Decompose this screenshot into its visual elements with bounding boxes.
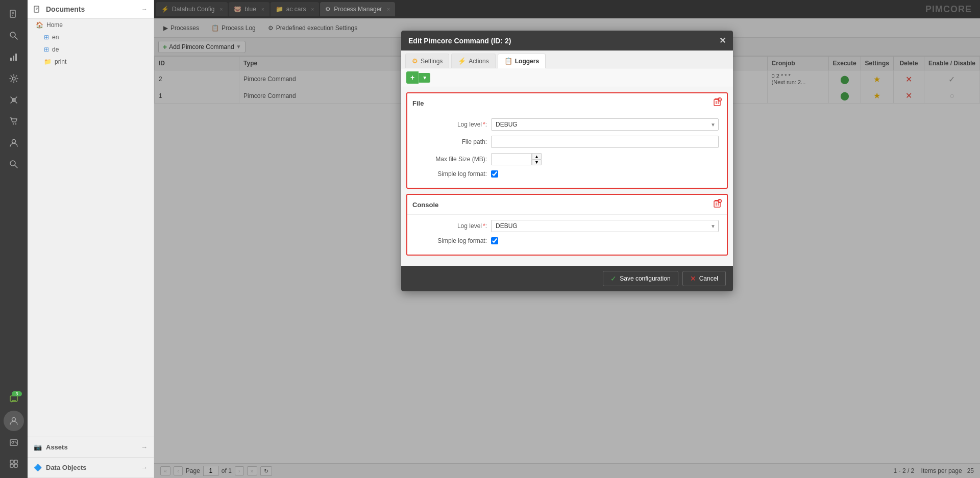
file-path-row: File path: xyxy=(415,136,719,148)
modal-title: Edit Pimcore Command (ID: 2) xyxy=(408,37,511,45)
console-simple-log-label: Simple log format: xyxy=(415,237,487,244)
console-simple-log-checkbox[interactable] xyxy=(491,237,498,244)
file-logger-form: Log level*: DEBUG INFO WARNING ERROR CRI… xyxy=(407,113,727,188)
link-icon-de: ⊞ xyxy=(44,46,49,53)
modal-tab-settings-icon: ⚙ xyxy=(412,57,418,65)
file-section-header: File ✕ xyxy=(407,93,727,113)
console-section-title: Console xyxy=(412,201,438,209)
file-simple-log-label: Simple log format: xyxy=(415,170,487,178)
tree-item-en[interactable]: ⊞ en xyxy=(28,31,154,43)
sidebar-icon-search2[interactable] xyxy=(4,154,24,174)
file-log-level-row: Log level*: DEBUG INFO WARNING ERROR CRI… xyxy=(415,118,719,131)
svg-rect-6 xyxy=(10,58,12,61)
modal-tab-actions-icon: ⚡ xyxy=(458,57,466,65)
console-log-level-select-wrapper: DEBUG INFO WARNING ERROR CRITICAL ▼ xyxy=(491,220,719,232)
file-simple-log-row: Simple log format: xyxy=(415,170,719,178)
console-log-level-label: Log level*: xyxy=(415,222,487,230)
sidebar-icon-marketing[interactable] xyxy=(4,90,24,110)
file-max-size-input[interactable] xyxy=(491,153,532,165)
svg-rect-21 xyxy=(14,460,17,463)
tree-item-print[interactable]: 📁 print xyxy=(28,56,154,68)
svg-point-13 xyxy=(12,140,16,143)
sidebar-icon-assets-nav[interactable] xyxy=(4,432,24,452)
svg-point-19 xyxy=(12,441,14,443)
cancel-button[interactable]: ✕ Cancel xyxy=(682,271,726,286)
file-tree-title: Documents xyxy=(46,5,85,13)
left-sidebar xyxy=(0,0,28,478)
svg-line-15 xyxy=(15,165,17,168)
data-objects-nav-item[interactable]: 🔷 Data Objects → xyxy=(28,458,154,478)
tree-item-de[interactable]: ⊞ de xyxy=(28,43,154,56)
svg-text:✕: ✕ xyxy=(718,199,722,204)
file-section-title: File xyxy=(412,99,424,107)
svg-rect-7 xyxy=(13,56,14,61)
svg-rect-24 xyxy=(34,6,39,12)
file-simple-log-checkbox[interactable] xyxy=(491,170,498,178)
save-configuration-button[interactable]: ✓ Save configuration xyxy=(603,271,678,286)
data-objects-nav-icon: 🔷 xyxy=(34,464,42,471)
cancel-x-icon: ✕ xyxy=(690,274,696,283)
home-icon: 🏠 xyxy=(36,21,43,29)
main-content: ⚡ Datahub Config × 🐷 blue × 📁 ac cars × … xyxy=(154,0,980,478)
save-check-icon: ✓ xyxy=(610,274,617,283)
sidebar-icon-chat[interactable] xyxy=(4,389,24,410)
modal-footer: ✓ Save configuration ✕ Cancel xyxy=(401,266,733,291)
file-logger-section: File ✕ Log level*: xyxy=(406,92,728,189)
file-max-size-spinner: ▲ ▼ xyxy=(491,153,542,165)
file-tree-header: Documents → xyxy=(28,0,154,19)
assets-nav-item[interactable]: 📷 Assets → xyxy=(28,437,154,458)
modal-add-dropdown-button[interactable]: ▼ xyxy=(419,73,430,83)
sidebar-icon-objects-nav[interactable] xyxy=(4,454,24,474)
modal-add-plus-button[interactable]: + xyxy=(406,71,419,84)
svg-rect-22 xyxy=(10,464,13,467)
tree-item-home[interactable]: 🏠 Home xyxy=(28,19,154,31)
modal-add-button-group: + ▼ xyxy=(406,71,430,84)
svg-point-11 xyxy=(13,123,14,124)
modal-close-button[interactable]: ✕ xyxy=(719,36,726,45)
modal-tab-loggers[interactable]: 📋 Loggers xyxy=(498,54,546,68)
file-section-delete-button[interactable]: ✕ xyxy=(713,97,722,109)
file-max-size-spinner-buttons: ▲ ▼ xyxy=(532,153,542,165)
svg-rect-23 xyxy=(14,464,17,467)
sidebar-icon-ecommerce[interactable] xyxy=(4,111,24,132)
folder-icon-print: 📁 xyxy=(44,58,52,65)
svg-point-12 xyxy=(15,123,16,124)
svg-text:✕: ✕ xyxy=(718,97,722,102)
sidebar-icon-users[interactable] xyxy=(4,133,24,153)
sidebar-bottom xyxy=(4,389,24,478)
file-max-size-up-button[interactable]: ▲ xyxy=(532,153,542,159)
file-tree-arrow-icon: → xyxy=(141,6,148,13)
sidebar-icon-search[interactable] xyxy=(4,26,24,46)
file-max-size-label: Max file Size (MB): xyxy=(415,156,487,163)
svg-point-9 xyxy=(12,77,15,80)
modal-overlay: Edit Pimcore Command (ID: 2) ✕ ⚙ Setting… xyxy=(154,0,980,478)
modal-header: Edit Pimcore Command (ID: 2) ✕ xyxy=(401,31,733,51)
console-simple-log-row: Simple log format: xyxy=(415,237,719,244)
svg-point-17 xyxy=(12,418,16,421)
modal-tab-settings[interactable]: ⚙ Settings xyxy=(405,54,449,68)
modal-tab-loggers-icon: 📋 xyxy=(504,57,512,65)
sidebar-icon-documents[interactable] xyxy=(4,4,24,24)
file-tree-bottom: 📷 Assets → 🔷 Data Objects → xyxy=(28,437,154,478)
modal-tab-actions[interactable]: ⚡ Actions xyxy=(451,54,495,68)
console-log-level-row: Log level*: DEBUG INFO WARNING ERROR CRI… xyxy=(415,220,719,232)
console-section-header: Console ✕ xyxy=(407,195,727,215)
file-tree-panel: Documents → 🏠 Home ⊞ en ⊞ de 📁 print 📷 A… xyxy=(28,0,154,478)
modal-body: File ✕ Log level*: xyxy=(401,87,733,266)
file-log-level-select[interactable]: DEBUG INFO WARNING ERROR CRITICAL xyxy=(491,118,719,131)
file-path-input[interactable] xyxy=(491,136,719,148)
console-section-delete-button[interactable]: ✕ xyxy=(713,199,722,210)
link-icon-en: ⊞ xyxy=(44,34,49,41)
file-max-size-down-button[interactable]: ▼ xyxy=(532,159,542,165)
sidebar-icon-analytics[interactable] xyxy=(4,47,24,67)
file-path-label: File path: xyxy=(415,138,487,145)
sidebar-icon-settings[interactable] xyxy=(4,68,24,89)
data-objects-nav-arrow: → xyxy=(141,464,148,471)
sidebar-icon-user-profile[interactable] xyxy=(4,411,24,431)
svg-rect-8 xyxy=(15,54,17,61)
svg-line-5 xyxy=(15,37,17,39)
assets-nav-arrow: → xyxy=(141,443,148,451)
assets-nav-icon: 📷 xyxy=(34,443,42,451)
console-log-level-select[interactable]: DEBUG INFO WARNING ERROR CRITICAL xyxy=(491,220,719,232)
edit-command-modal: Edit Pimcore Command (ID: 2) ✕ ⚙ Setting… xyxy=(401,31,733,291)
